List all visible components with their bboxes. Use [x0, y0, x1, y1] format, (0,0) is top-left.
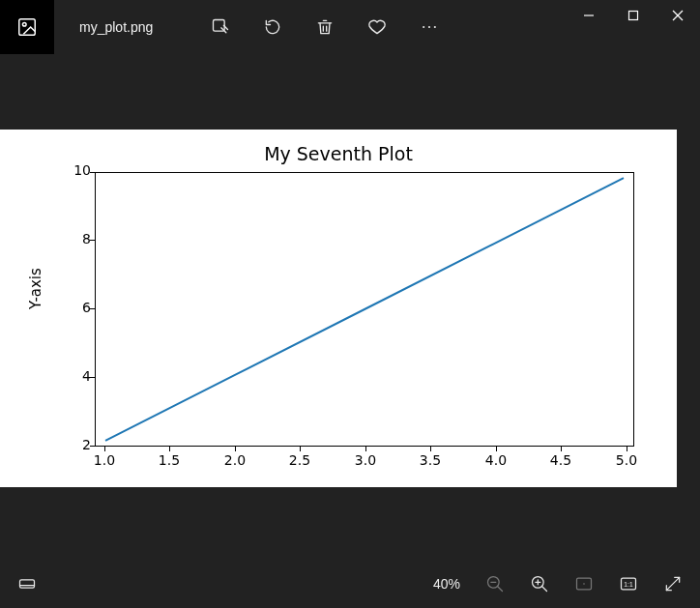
x-tick-mark [104, 447, 105, 451]
svg-point-4 [428, 26, 430, 28]
filmstrip-toggle-button[interactable] [14, 570, 41, 597]
svg-line-16 [542, 587, 547, 592]
x-tick-label: 3.5 [420, 452, 441, 468]
x-tick-mark [235, 447, 236, 451]
x-tick-label: 2.0 [224, 452, 246, 468]
bottombar: 40% 1:1 [0, 560, 700, 608]
x-tick-label: 4.5 [550, 452, 571, 468]
actual-size-button[interactable]: 1:1 [615, 570, 642, 597]
maximize-button[interactable] [611, 0, 656, 31]
chart-title: My Seventh Plot [0, 130, 677, 164]
fit-to-window-button[interactable] [570, 570, 598, 597]
line-series [96, 173, 633, 446]
y-tick-label: 6 [82, 300, 91, 315]
window-controls [567, 0, 700, 54]
svg-line-13 [498, 587, 503, 592]
zoom-level-label: 40% [433, 576, 460, 592]
minimize-button[interactable] [567, 0, 611, 31]
x-tick-mark [300, 447, 301, 451]
favorite-button[interactable] [365, 15, 389, 39]
x-tick-mark [496, 447, 497, 451]
x-tick-mark [430, 447, 431, 451]
zoom-out-button[interactable] [481, 570, 509, 597]
x-tick-label: 3.0 [355, 452, 376, 468]
titlebar: my_plot.png [0, 0, 700, 54]
plot-image: My Seventh Plot Y-axis 2 4 6 8 10 1.0 1.… [0, 130, 677, 487]
x-tick-mark [365, 447, 366, 451]
svg-point-20 [583, 583, 585, 585]
x-tick-label: 1.0 [94, 452, 115, 468]
close-button[interactable] [656, 0, 700, 31]
svg-point-3 [423, 26, 424, 28]
titlebar-actions [180, 0, 441, 54]
x-tick-mark [561, 447, 562, 451]
svg-rect-7 [629, 12, 638, 20]
svg-point-1 [22, 22, 26, 26]
x-tick-label: 2.5 [289, 452, 310, 468]
y-axis-label: Y-axis [27, 268, 44, 309]
fullscreen-button[interactable] [659, 570, 686, 597]
x-tick-mark [627, 447, 627, 451]
x-tick-label: 5.0 [616, 452, 637, 468]
zoom-in-button[interactable] [526, 570, 553, 597]
rotate-button[interactable] [261, 15, 284, 39]
more-button[interactable] [418, 15, 441, 39]
y-tick-label: 2 [82, 437, 91, 452]
svg-point-5 [434, 26, 436, 28]
image-viewport[interactable]: My Seventh Plot Y-axis 2 4 6 8 10 1.0 1.… [0, 54, 700, 560]
y-tick-label: 8 [82, 231, 91, 246]
axes-frame [95, 172, 634, 447]
edit-image-button[interactable] [209, 15, 232, 39]
x-tick-mark [169, 447, 170, 451]
filename-label: my_plot.png [54, 0, 180, 54]
y-tick-label: 4 [82, 368, 91, 384]
x-tick-label: 1.5 [159, 452, 180, 468]
delete-button[interactable] [313, 15, 336, 39]
y-tick-label: 10 [73, 162, 91, 178]
svg-rect-10 [20, 580, 35, 588]
app-icon [0, 0, 54, 54]
svg-rect-0 [19, 19, 36, 36]
svg-text:1:1: 1:1 [624, 581, 633, 588]
x-tick-label: 4.0 [485, 452, 507, 468]
